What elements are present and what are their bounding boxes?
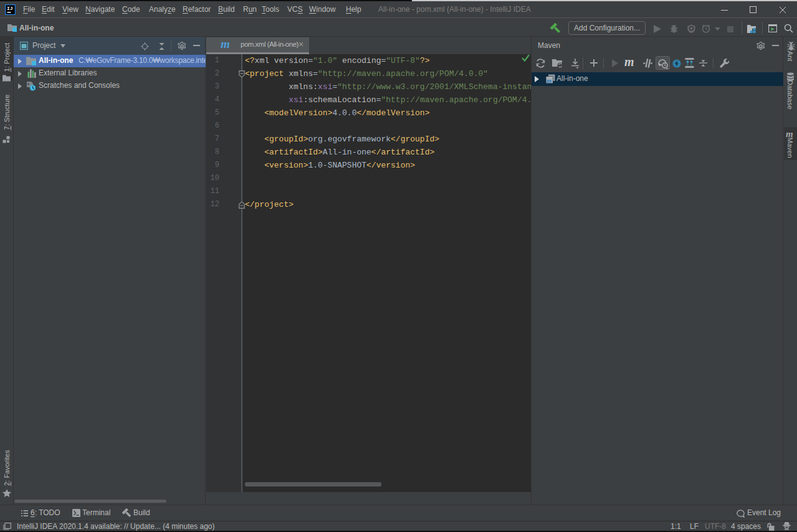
svg-text:m: m xyxy=(546,77,551,84)
svg-text:IJ: IJ xyxy=(7,6,13,11)
